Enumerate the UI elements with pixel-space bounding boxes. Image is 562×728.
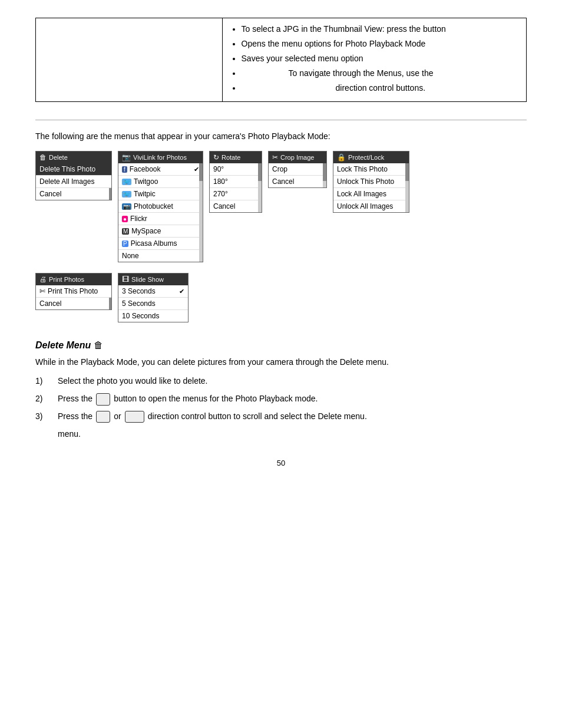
bullet-1: To select a JPG in the Thumbnail View: p… bbox=[242, 23, 519, 35]
section-divider bbox=[35, 120, 527, 120]
vivilink-photobucket[interactable]: 📷 Photobucket bbox=[118, 200, 203, 213]
slideshow-10sec[interactable]: 10 Seconds bbox=[118, 310, 188, 322]
vivilink-picasa[interactable]: P Picasa Albums bbox=[118, 238, 203, 250]
protect-panel-header: 🔒 Protect/Lock bbox=[333, 151, 409, 163]
facebook-check: ✔ bbox=[194, 166, 199, 173]
delete-title-text: Delete Menu bbox=[35, 340, 91, 350]
step-2-text: Press the button to open the menus for t… bbox=[58, 392, 527, 406]
menus-row-2: 🖨 Print Photos ✄ Print This Photo Cancel… bbox=[35, 273, 527, 322]
vivilink-myspace[interactable]: M MySpace bbox=[118, 225, 203, 238]
bullet-2: Opens the menu options for Photo Playbac… bbox=[242, 38, 519, 50]
delete-step-3-continuation: menu. bbox=[58, 427, 527, 442]
crop-panel-header: ✂ Crop Image bbox=[269, 151, 326, 163]
print-panel: 🖨 Print Photos ✄ Print This Photo Cancel bbox=[35, 273, 112, 310]
crop-crop[interactable]: Crop bbox=[269, 163, 326, 176]
unlock-all-images[interactable]: Unlock All Images bbox=[333, 200, 409, 212]
twitgoo-icon: 🐦 bbox=[122, 179, 131, 185]
rotate-270[interactable]: 270° bbox=[210, 188, 262, 200]
crop-cancel[interactable]: Cancel bbox=[269, 176, 326, 187]
rotate-90[interactable]: 90° bbox=[210, 163, 262, 176]
print-icon: 🖨 bbox=[39, 275, 47, 284]
table-left-cell bbox=[36, 18, 223, 102]
step-3-num: 3) bbox=[35, 410, 52, 424]
vivilink-none[interactable]: None bbox=[118, 250, 203, 262]
step-3-button-1 bbox=[96, 411, 110, 423]
rotate-cancel[interactable]: Cancel bbox=[210, 200, 262, 212]
menus-row-1: 🗑 Delete Delete This Photo Delete All Im… bbox=[35, 151, 527, 262]
table-right-cell: To select a JPG in the Thumbnail View: p… bbox=[222, 18, 526, 102]
lock-this-photo[interactable]: Lock This Photo bbox=[333, 163, 409, 176]
step-3-button-2 bbox=[125, 411, 144, 423]
delete-cancel-item[interactable]: Cancel bbox=[36, 188, 111, 200]
slideshow-3sec[interactable]: 3 Seconds ✔ bbox=[118, 285, 188, 298]
page-number: 50 bbox=[35, 459, 527, 467]
rotate-180[interactable]: 180° bbox=[210, 176, 262, 188]
delete-panel-header: 🗑 Delete bbox=[36, 151, 111, 163]
protect-header-label: Protect/Lock bbox=[348, 154, 384, 161]
slideshow-panel-header: 🎞 Slide Show bbox=[118, 274, 188, 285]
delete-step-2: 2) Press the button to open the menus fo… bbox=[35, 392, 527, 406]
crop-panel: ✂ Crop Image Crop Cancel bbox=[268, 151, 327, 188]
print-this-photo[interactable]: ✄ Print This Photo bbox=[36, 285, 111, 298]
delete-section-body: While in the Playback Mode, you can dele… bbox=[35, 355, 527, 370]
vivilink-facebook[interactable]: f Facebook ✔ bbox=[118, 163, 203, 176]
vivilink-icon: 📷 bbox=[122, 153, 131, 162]
photobucket-icon: 📷 bbox=[122, 203, 131, 210]
bullet-5: direction control buttons. bbox=[242, 82, 519, 94]
delete-title-icon: 🗑 bbox=[94, 340, 103, 350]
delete-steps-list: 1) Select the photo you would like to de… bbox=[35, 374, 527, 423]
protect-panel: 🔒 Protect/Lock Lock This Photo Unlock Th… bbox=[333, 151, 409, 213]
step-1-text: Select the photo you would like to delet… bbox=[58, 374, 527, 388]
delete-section-title: Delete Menu 🗑 bbox=[35, 340, 527, 351]
vivilink-twitgoo[interactable]: 🐦 Twitgoo bbox=[118, 176, 203, 188]
delete-icon: 🗑 bbox=[39, 153, 47, 162]
print-cancel[interactable]: Cancel bbox=[36, 298, 111, 309]
section-intro: The following are the menus that appear … bbox=[35, 130, 527, 143]
slideshow-icon: 🎞 bbox=[122, 275, 129, 284]
info-table: To select a JPG in the Thumbnail View: p… bbox=[35, 18, 527, 102]
rotate-panel: ↻ Rotate 90° 180° 270° Cancel bbox=[209, 151, 262, 213]
rotate-icon: ↻ bbox=[213, 153, 219, 162]
slideshow-3sec-check: ✔ bbox=[179, 288, 184, 295]
flickr-icon: ● bbox=[122, 216, 128, 222]
slideshow-5sec[interactable]: 5 Seconds bbox=[118, 298, 188, 310]
lock-all-images[interactable]: Lock All Images bbox=[333, 188, 409, 200]
vivilink-panel: 📷 ViviLink for Photos f Facebook ✔ 🐦 Twi… bbox=[118, 151, 203, 262]
scissors-icon: ✄ bbox=[39, 287, 45, 295]
picasa-icon: P bbox=[122, 241, 128, 247]
slideshow-header-label: Slide Show bbox=[131, 276, 164, 283]
print-panel-header: 🖨 Print Photos bbox=[36, 274, 111, 285]
step-1-num: 1) bbox=[35, 374, 52, 388]
delete-step-1: 1) Select the photo you would like to de… bbox=[35, 374, 527, 388]
myspace-icon: M bbox=[122, 228, 129, 235]
bullet-4: To navigate through the Menus, use the bbox=[242, 67, 519, 80]
vivilink-header-label: ViviLink for Photos bbox=[133, 154, 187, 161]
print-header-label: Print Photos bbox=[49, 276, 84, 283]
rotate-header-label: Rotate bbox=[222, 154, 240, 161]
delete-step-3: 3) Press the or direction control button… bbox=[35, 410, 527, 424]
step-3-text: Press the or direction control button to… bbox=[58, 410, 527, 424]
slideshow-panel: 🎞 Slide Show 3 Seconds ✔ 5 Seconds 10 Se… bbox=[118, 273, 189, 322]
protect-icon: 🔒 bbox=[337, 153, 346, 162]
vivilink-twitpic[interactable]: 🐦 Twitpic bbox=[118, 188, 203, 200]
step-2-num: 2) bbox=[35, 392, 52, 406]
delete-all-images-item[interactable]: Delete All Images bbox=[36, 176, 111, 188]
crop-icon: ✂ bbox=[272, 153, 278, 162]
unlock-this-photo[interactable]: Unlock This Photo bbox=[333, 176, 409, 188]
delete-header-label: Delete bbox=[49, 154, 68, 161]
delete-section: Delete Menu 🗑 While in the Playback Mode… bbox=[35, 340, 527, 441]
bullet-3: Saves your selected menu option bbox=[242, 52, 519, 65]
crop-header-label: Crop Image bbox=[280, 154, 314, 161]
twitpic-icon: 🐦 bbox=[122, 191, 131, 197]
step-2-button bbox=[96, 393, 110, 406]
facebook-icon: f bbox=[122, 166, 127, 173]
vivilink-flickr[interactable]: ● Flickr bbox=[118, 213, 203, 225]
delete-panel: 🗑 Delete Delete This Photo Delete All Im… bbox=[35, 151, 112, 200]
rotate-panel-header: ↻ Rotate bbox=[210, 151, 262, 163]
vivilink-panel-header: 📷 ViviLink for Photos bbox=[118, 151, 203, 163]
delete-this-photo-item[interactable]: Delete This Photo bbox=[36, 163, 111, 176]
